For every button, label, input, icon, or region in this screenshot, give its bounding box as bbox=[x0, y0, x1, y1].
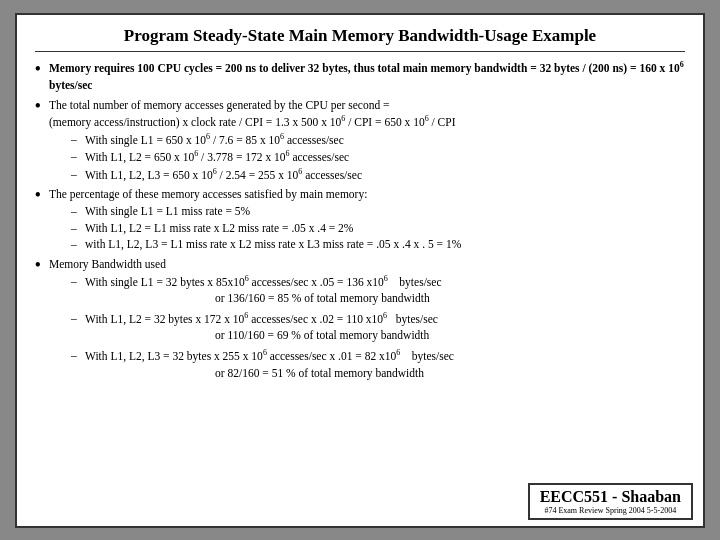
sub9-text: With L1, L2, L3 = 32 bytes x 255 x 106 a… bbox=[85, 347, 685, 381]
sub4-text: With single L1 = L1 miss rate = 5% bbox=[85, 203, 685, 220]
dash8: – bbox=[71, 310, 85, 327]
bullet-2-sub2: – With L1, L2 = 650 x 106 / 3.778 = 172 … bbox=[71, 148, 685, 166]
bullet-2-sub3: – With L1, L2, L3 = 650 x 106 / 2.54 = 2… bbox=[71, 166, 685, 184]
bullet-1-marker: • bbox=[35, 57, 49, 80]
bullet-4-marker: • bbox=[35, 253, 49, 276]
footer-box: EECC551 - Shaaban #74 Exam Review Spring… bbox=[528, 483, 693, 520]
dash1: – bbox=[71, 131, 85, 148]
slide-title: Program Steady-State Main Memory Bandwid… bbox=[35, 25, 685, 52]
bullet-2: • The total number of memory accesses ge… bbox=[35, 97, 685, 184]
dash9: – bbox=[71, 347, 85, 364]
sub5-text: With L1, L2 = L1 miss rate x L2 miss rat… bbox=[85, 220, 685, 237]
bullet-4-sub2: – With L1, L2 = 32 bytes x 172 x 106 acc… bbox=[71, 310, 685, 344]
dash4: – bbox=[71, 203, 85, 220]
bullet-4-sub1: – With single L1 = 32 bytes x 85x106 acc… bbox=[71, 273, 685, 307]
bullet-4-text: Memory Bandwidth used – With single L1 =… bbox=[49, 256, 685, 381]
sub8-text: With L1, L2 = 32 bytes x 172 x 106 acces… bbox=[85, 310, 685, 344]
footer-main-text: EECC551 - Shaaban bbox=[540, 488, 681, 506]
dash3: – bbox=[71, 166, 85, 183]
bullet-3-sub1: – With single L1 = L1 miss rate = 5% bbox=[71, 203, 685, 220]
dash7: – bbox=[71, 273, 85, 290]
bullet-4-sub3: – With L1, L2, L3 = 32 bytes x 255 x 106… bbox=[71, 347, 685, 381]
dash2: – bbox=[71, 148, 85, 165]
bullet-1: • Memory requires 100 CPU cycles = 200 n… bbox=[35, 60, 685, 94]
slide-content: • Memory requires 100 CPU cycles = 200 n… bbox=[35, 60, 685, 382]
dash5: – bbox=[71, 220, 85, 237]
sub7-text: With single L1 = 32 bytes x 85x106 acces… bbox=[85, 273, 685, 307]
bullet-3-marker: • bbox=[35, 183, 49, 206]
sub1-text: With single L1 = 650 x 106 / 7.6 = 85 x … bbox=[85, 131, 685, 149]
bullet-4: • Memory Bandwidth used – With single L1… bbox=[35, 256, 685, 381]
slide: Program Steady-State Main Memory Bandwid… bbox=[15, 13, 705, 528]
bullet-1-text: Memory requires 100 CPU cycles = 200 ns … bbox=[49, 60, 685, 94]
bullet-3-sub2: – With L1, L2 = L1 miss rate x L2 miss r… bbox=[71, 220, 685, 237]
bullet-2-sub1: – With single L1 = 650 x 106 / 7.6 = 85 … bbox=[71, 131, 685, 149]
footer-sub-text: #74 Exam Review Spring 2004 5-5-2004 bbox=[540, 506, 681, 515]
sub2-text: With L1, L2 = 650 x 106 / 3.778 = 172 x … bbox=[85, 148, 685, 166]
sub3-text: With L1, L2, L3 = 650 x 106 / 2.54 = 255… bbox=[85, 166, 685, 184]
bullet-2-text: The total number of memory accesses gene… bbox=[49, 97, 685, 184]
sub6-text: with L1, L2, L3 = L1 miss rate x L2 miss… bbox=[85, 236, 685, 253]
bullet-3-text: The percentage of these memory accesses … bbox=[49, 186, 685, 253]
dash6: – bbox=[71, 236, 85, 253]
bullet-3-sub3: – with L1, L2, L3 = L1 miss rate x L2 mi… bbox=[71, 236, 685, 253]
bullet-2-marker: • bbox=[35, 94, 49, 117]
bullet-3: • The percentage of these memory accesse… bbox=[35, 186, 685, 253]
